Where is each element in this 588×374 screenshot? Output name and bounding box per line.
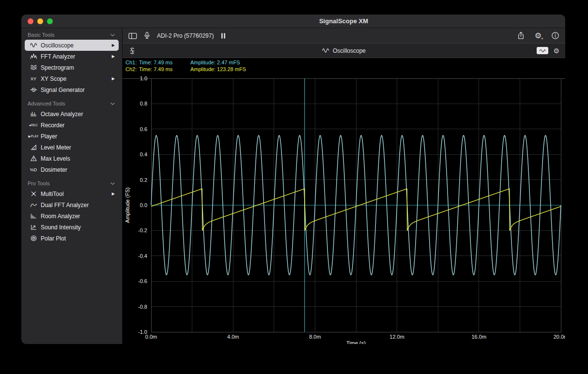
- input-device-icon[interactable]: [143, 31, 151, 40]
- dual-fft-icon: [27, 201, 40, 209]
- sidebar-section: Basic ToolsOscilloscope▶FFT Analyzer▶Spe…: [21, 30, 122, 95]
- fft-icon: [27, 53, 40, 60]
- sidebar-item-label: MultiTool: [40, 191, 112, 197]
- waveform-preview-button[interactable]: [537, 47, 548, 54]
- section-title: Pro Tools: [28, 180, 50, 186]
- chevron-down-icon[interactable]: [110, 32, 115, 38]
- multitool-icon: [27, 190, 40, 197]
- sidebar-item-label: Sound Intensity: [40, 224, 116, 231]
- sidebar-section: Advanced ToolsOctave Analyzer●RECRecorde…: [21, 99, 122, 175]
- readout-row-ch2: Ch2:Time: 7.49 msAmplitude: 123.28 mFS: [125, 66, 562, 73]
- app-window: SignalScope XM Basic ToolsOscilloscope▶F…: [21, 15, 565, 344]
- readout-bar: Ch1:Time: 7.49 msAmplitude: 2.47 mFSCh2:…: [123, 58, 565, 74]
- readout-channel: Ch2:: [125, 66, 139, 73]
- disclosure-play-icon[interactable]: ▶: [112, 192, 116, 196]
- sidebar-item-label: Level Meter: [40, 144, 116, 151]
- sidebar-toggle-icon[interactable]: [128, 31, 137, 40]
- sidebar-item-multitool[interactable]: MultiTool▶: [25, 188, 119, 199]
- plus-badge: +: [541, 37, 543, 41]
- waveform-preview-icon: [539, 47, 546, 54]
- y-tick-label: 0.4: [140, 151, 147, 157]
- disclosure-play-icon[interactable]: ▶: [112, 43, 116, 47]
- main-panel: ADI-2 Pro (57760297) ⚙+ Oscilloscope: [123, 28, 565, 344]
- view-title: Oscilloscope: [123, 47, 565, 54]
- sidebar-item-polar-plot[interactable]: Polar Plot: [25, 233, 119, 244]
- sidebar-item-label: Room Analyzer: [40, 213, 116, 220]
- readout-amplitude: Amplitude: 123.28 mFS: [190, 66, 246, 73]
- info-icon[interactable]: [551, 31, 559, 40]
- sidebar-item-room-analyzer[interactable]: Room Analyzer: [25, 210, 119, 222]
- sidebar-item-xy-scope[interactable]: XYXY Scope▶: [25, 73, 119, 84]
- sound-intensity-icon: [27, 224, 40, 231]
- sidebar-item-label: Spectrogram: [40, 64, 116, 71]
- section-header[interactable]: Pro Tools: [21, 179, 122, 188]
- y-tick-label: 0.8: [140, 101, 147, 106]
- x-axis-label: Time (s): [346, 340, 366, 344]
- minimize-button[interactable]: [37, 18, 43, 24]
- sidebar-item-label: Max Levels: [40, 155, 116, 162]
- sidebar-item-spectrogram[interactable]: Spectrogram: [25, 62, 119, 73]
- x-tick-label: 16.0m: [472, 334, 487, 340]
- x-tick-label: 8.0m: [309, 334, 321, 340]
- octave-icon: [27, 110, 40, 118]
- play-icon: ▶PLAY: [27, 135, 40, 138]
- chevron-down-icon[interactable]: [110, 101, 115, 106]
- sidebar-item-label: Player: [40, 133, 116, 140]
- signal-generator-icon: [27, 86, 40, 93]
- room-analyzer-icon: [27, 212, 40, 220]
- readout-time: Time: 7.49 ms: [139, 66, 190, 73]
- sidebar-item-label: Polar Plot: [40, 235, 116, 242]
- y-tick-label: 0.6: [140, 126, 147, 132]
- y-tick-label: -0.4: [138, 253, 147, 259]
- sidebar-section: Pro ToolsMultiTool▶Dual FFT AnalyzerRoom…: [21, 179, 122, 244]
- dosimeter-icon: %D: [27, 167, 40, 172]
- share-icon[interactable]: [517, 31, 525, 40]
- sidebar-item-max-levels[interactable]: Max Levels: [25, 153, 119, 164]
- section-header[interactable]: Advanced Tools: [21, 99, 122, 108]
- signal-pulse-icon[interactable]: [128, 47, 136, 55]
- sidebar-item-label: Recorder: [40, 122, 116, 129]
- sidebar-item-recorder[interactable]: ●RECRecorder: [25, 120, 119, 131]
- sidebar-item-label: Oscilloscope: [40, 42, 112, 49]
- sidebar-item-label: Dosimeter: [40, 166, 116, 173]
- readout-channel: Ch1:: [125, 59, 139, 66]
- sidebar-item-dosimeter[interactable]: %DDosimeter: [25, 164, 119, 175]
- y-tick-label: -0.8: [138, 304, 147, 310]
- gear-icon[interactable]: ⚙: [553, 47, 559, 55]
- sidebar-item-label: Dual FFT Analyzer: [40, 202, 116, 209]
- sidebar-item-oscilloscope[interactable]: Oscilloscope▶: [25, 40, 119, 51]
- sidebar-item-label: Octave Analyzer: [40, 111, 116, 118]
- level-meter-icon: [27, 144, 40, 151]
- disclosure-play-icon[interactable]: ▶: [112, 76, 116, 81]
- x-tick-label: 12.0m: [389, 334, 404, 340]
- sidebar-item-sound-intensity[interactable]: Sound Intensity: [25, 222, 119, 233]
- sine-icon: [27, 42, 40, 49]
- zoom-button[interactable]: [47, 18, 53, 24]
- sidebar-item-octave-analyzer[interactable]: Octave Analyzer: [25, 108, 119, 120]
- view-title-label: Oscilloscope: [333, 47, 366, 54]
- pause-icon[interactable]: [219, 32, 227, 40]
- device-label[interactable]: ADI-2 Pro (57760297): [157, 32, 214, 39]
- rec-icon: ●REC: [27, 123, 40, 127]
- x-tick-label: 0.0m: [145, 334, 157, 340]
- section-header[interactable]: Basic Tools: [21, 30, 122, 40]
- oscilloscope-chart[interactable]: 1.00.80.60.40.20.0-0.2-0.4-0.6-0.8-1.00.…: [123, 74, 565, 344]
- sidebar-item-fft-analyzer[interactable]: FFT Analyzer▶: [25, 51, 119, 62]
- polar-plot-icon: [27, 235, 40, 242]
- close-button[interactable]: [28, 18, 33, 24]
- sidebar-item-signal-generator[interactable]: Signal Generator: [25, 84, 119, 95]
- settings-add-icon[interactable]: ⚙+: [535, 31, 542, 40]
- titlebar[interactable]: SignalScope XM: [21, 15, 565, 28]
- sidebar-item-level-meter[interactable]: Level Meter: [25, 142, 119, 153]
- y-tick-label: -0.6: [138, 278, 147, 284]
- y-tick-label: 1.0: [140, 75, 147, 81]
- x-tick-label: 20.0m: [554, 334, 565, 340]
- readout-row-ch1: Ch1:Time: 7.49 msAmplitude: 2.47 mFS: [125, 59, 562, 66]
- xy-icon: XY: [27, 76, 40, 81]
- sidebar-item-player[interactable]: ▶PLAYPlayer: [25, 131, 119, 142]
- disclosure-play-icon[interactable]: ▶: [112, 54, 116, 59]
- chevron-down-icon[interactable]: [110, 181, 115, 186]
- y-tick-label: 0.0: [140, 202, 147, 208]
- readout-amplitude: Amplitude: 2.47 mFS: [190, 59, 240, 66]
- sidebar-item-dual-fft-analyzer[interactable]: Dual FFT Analyzer: [25, 199, 119, 210]
